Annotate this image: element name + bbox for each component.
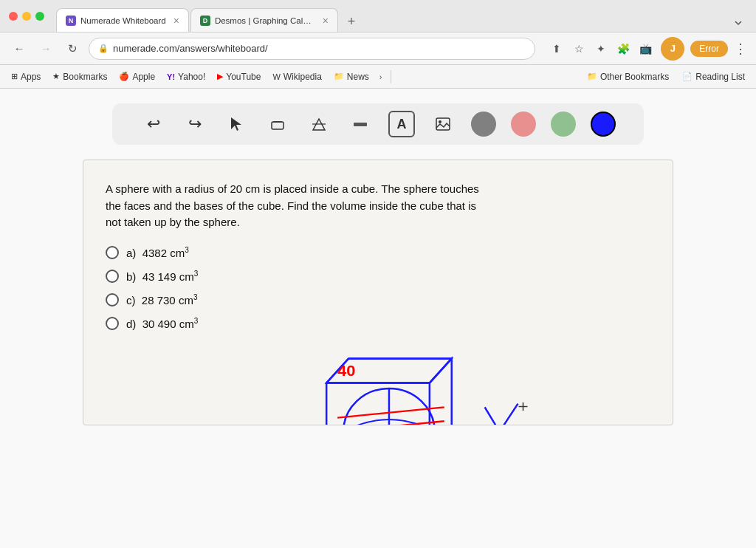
bm-other-bookmarks[interactable]: 📁 Other Bookmarks <box>582 69 674 84</box>
yahoo-icon: Y! <box>167 72 175 81</box>
titlebar: N Numerade Whiteboard × D Desmos | Graph… <box>0 0 756 32</box>
wikipedia-icon: W <box>272 72 280 81</box>
bm-wikipedia[interactable]: W Wikipedia <box>267 69 326 84</box>
svg-line-6 <box>326 359 348 383</box>
shapes-tool[interactable] <box>306 111 332 137</box>
back-button[interactable]: ← <box>9 38 30 59</box>
forward-button[interactable]: → <box>35 38 56 59</box>
question-text: A sphere with a radius of 20 cm is place… <box>106 181 489 231</box>
reload-button[interactable]: ↻ <box>62 38 83 59</box>
tab-close-desmos[interactable]: × <box>323 15 329 27</box>
tab-favicon-desmos: D <box>200 16 210 26</box>
bm-bookmarks-label: Bookmarks <box>63 72 107 82</box>
bookmarks-right: 📁 Other Bookmarks 📄 Reading List <box>582 69 750 84</box>
close-button[interactable] <box>9 12 18 21</box>
options-list: a) 4382 cm3 b) 43 149 cm3 c) 28 730 cm3 … <box>106 246 650 330</box>
svg-text:40: 40 <box>337 363 355 380</box>
option-b[interactable]: b) 43 149 cm3 <box>106 270 650 283</box>
extensions-button[interactable]: 🧩 <box>614 39 633 58</box>
whiteboard-toolbar: ↩ ↪ A <box>112 103 644 145</box>
bm-apple-label: Apple <box>132 72 155 82</box>
bookmark-star-button[interactable]: ☆ <box>569 39 588 58</box>
option-a[interactable]: a) 4382 cm3 <box>106 246 650 259</box>
fullscreen-button[interactable] <box>35 12 44 21</box>
traffic-lights <box>9 12 44 21</box>
svg-rect-2 <box>354 123 367 126</box>
bm-yahoo[interactable]: Y! Yahoo! <box>162 69 210 84</box>
bm-news-label: News <box>347 72 369 82</box>
option-d-label: d) 30 490 cm3 <box>126 317 198 330</box>
tab-title-desmos: Desmos | Graphing Calculat… <box>215 16 315 25</box>
bm-news[interactable]: 📁 News <box>329 69 374 84</box>
undo-tool[interactable]: ↩ <box>140 111 167 137</box>
bm-apple[interactable]: 🍎 Apple <box>114 69 160 84</box>
apple-icon: 🍎 <box>119 72 129 81</box>
bm-reading-label: Reading List <box>695 72 745 82</box>
ai-button[interactable]: ✦ <box>591 39 611 58</box>
bm-reading-list[interactable]: 📄 Reading List <box>677 69 750 84</box>
tab-numerade[interactable]: N Numerade Whiteboard × <box>56 8 189 32</box>
bm-yahoo-label: Yahoo! <box>178 72 205 82</box>
color-pink[interactable] <box>511 112 536 137</box>
reading-list-icon: 📄 <box>682 72 693 81</box>
bm-youtube[interactable]: ▶ YouTube <box>212 69 266 84</box>
bookmarks-overflow-button[interactable]: › <box>376 70 386 83</box>
option-a-radio[interactable] <box>106 246 119 259</box>
folder-icon: 📁 <box>587 72 597 81</box>
lock-icon: 🔒 <box>98 44 109 53</box>
bm-apps-label: Apps <box>21 72 41 82</box>
svg-point-4 <box>439 120 441 123</box>
image-tool[interactable] <box>430 111 456 137</box>
share-button[interactable]: ⬆ <box>547 39 566 58</box>
option-d-radio[interactable] <box>106 317 119 330</box>
select-tool[interactable] <box>223 111 250 137</box>
page-content: ↩ ↪ A A sphere with a radius of 20 cm is… <box>0 89 756 548</box>
color-green[interactable] <box>551 112 576 137</box>
bm-other-label: Other Bookmarks <box>600 72 669 82</box>
bm-bookmarks[interactable]: ★ Bookmarks <box>47 69 112 84</box>
cast-button[interactable]: 📺 <box>636 39 655 58</box>
option-b-radio[interactable] <box>106 270 119 283</box>
bm-youtube-label: YouTube <box>226 72 261 82</box>
option-c-radio[interactable] <box>106 293 119 306</box>
option-b-label: b) 43 149 cm3 <box>126 270 198 283</box>
new-tab-button[interactable]: + <box>341 11 362 32</box>
color-blue[interactable] <box>591 112 616 137</box>
tab-favicon-numerade: N <box>66 16 76 26</box>
tab-title-numerade: Numerade Whiteboard <box>80 16 166 25</box>
eraser-tool[interactable] <box>264 111 291 137</box>
bm-apps[interactable]: ⊞ Apps <box>6 69 46 84</box>
profile-button[interactable]: J <box>661 37 684 61</box>
bm-wikipedia-label: Wikipedia <box>284 72 322 82</box>
navbar: ← → ↻ 🔒 numerade.com/answers/whiteboard/… <box>0 32 756 65</box>
tab-desmos[interactable]: D Desmos | Graphing Calculat… × <box>190 8 338 32</box>
svg-point-9 <box>343 388 435 425</box>
option-c-label: c) 28 730 cm3 <box>126 293 197 306</box>
tab-close-numerade[interactable]: × <box>173 15 179 27</box>
url-text: numerade.com/answers/whiteboard/ <box>113 43 526 54</box>
option-d[interactable]: d) 30 490 cm3 <box>106 317 650 330</box>
tab-list-button[interactable] <box>729 14 747 32</box>
menu-button[interactable]: ⋮ <box>734 41 747 57</box>
svg-rect-5 <box>326 383 430 425</box>
svg-line-12 <box>337 407 444 417</box>
news-folder-icon: 📁 <box>334 72 344 81</box>
apps-icon: ⊞ <box>11 72 18 81</box>
svg-line-13 <box>337 421 444 425</box>
option-c[interactable]: c) 28 730 cm3 <box>106 293 650 306</box>
minimize-button[interactable] <box>22 12 31 21</box>
bookmarks-separator <box>391 70 391 83</box>
star-icon: ★ <box>52 72 60 81</box>
error-button[interactable]: Error <box>690 41 728 57</box>
pen-tool[interactable] <box>347 111 374 137</box>
svg-line-7 <box>430 359 452 383</box>
tabs-area: N Numerade Whiteboard × D Desmos | Graph… <box>56 0 747 32</box>
svg-rect-0 <box>272 122 284 129</box>
text-tool[interactable]: A <box>388 111 415 137</box>
url-bar[interactable]: 🔒 numerade.com/answers/whiteboard/ <box>89 38 535 60</box>
color-gray[interactable] <box>471 112 496 137</box>
redo-tool[interactable]: ↪ <box>182 111 208 137</box>
whiteboard-content: A sphere with a radius of 20 cm is place… <box>83 160 673 425</box>
error-label: Error <box>699 44 719 54</box>
bookmarks-bar: ⊞ Apps ★ Bookmarks 🍎 Apple Y! Yahoo! ▶ Y… <box>0 65 756 89</box>
